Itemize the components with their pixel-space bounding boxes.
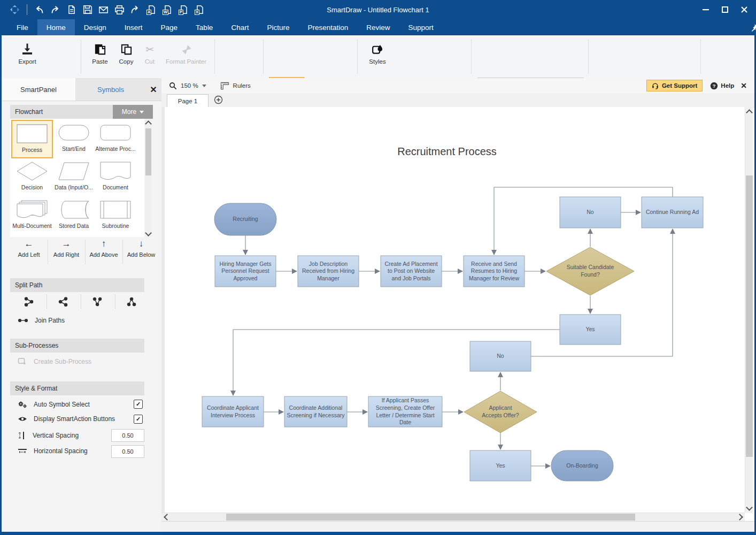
add-right-button[interactable]: → Add Right xyxy=(48,239,85,258)
share-export-icon[interactable] xyxy=(130,5,141,15)
tab-symbols[interactable]: Symbols xyxy=(75,78,146,101)
symbol-process[interactable]: Process xyxy=(11,120,53,158)
scroll-up-icon[interactable] xyxy=(145,119,152,127)
flowchart-node-p6[interactable] xyxy=(284,396,347,427)
redo-icon[interactable] xyxy=(50,5,60,15)
zoom-control[interactable]: 150 % xyxy=(169,82,206,90)
flowchart-node-p4[interactable] xyxy=(464,256,524,287)
vertical-scrollbar[interactable] xyxy=(745,107,753,513)
canvas-close-icon[interactable]: ✕ xyxy=(740,81,747,90)
add-page-button[interactable] xyxy=(214,95,223,104)
export-excel-icon[interactable]: X xyxy=(195,5,205,15)
split-path-y-down-button[interactable] xyxy=(81,293,114,310)
undo-icon[interactable] xyxy=(34,5,44,15)
paste-button[interactable]: Paste xyxy=(86,41,114,65)
export-button[interactable]: Export xyxy=(12,41,42,65)
symbol-alternate-process[interactable]: Alternate Proc... xyxy=(95,120,136,158)
display-smartaction-checkbox[interactable]: ✓ xyxy=(134,415,143,424)
symbol-multi-document[interactable]: Multi-Document xyxy=(11,197,53,235)
menu-table[interactable]: Table xyxy=(187,19,222,35)
menu-home[interactable]: Home xyxy=(37,19,75,35)
flowchart-node-yes2[interactable] xyxy=(470,450,531,481)
paste-icon xyxy=(86,41,114,56)
export-pdf-icon[interactable]: A xyxy=(146,5,157,15)
scroll-right-icon[interactable] xyxy=(736,513,745,521)
menu-insert[interactable]: Insert xyxy=(115,19,152,35)
add-above-icon: ↑ xyxy=(85,239,122,249)
vertical-scroll-thumb[interactable] xyxy=(746,175,753,457)
symbol-data[interactable]: Data (Input/O... xyxy=(53,158,95,197)
minimize-button[interactable] xyxy=(701,5,710,14)
symbol-start-end[interactable]: Start/End xyxy=(53,120,95,158)
flowchart-node-p5[interactable] xyxy=(202,396,264,427)
zoom-level: 150 % xyxy=(181,82,198,89)
more-caret-icon xyxy=(140,111,144,113)
flowchart-node-p2[interactable] xyxy=(298,256,359,287)
flowchart-node-recruiting[interactable] xyxy=(214,203,276,235)
more-button[interactable]: More xyxy=(113,105,153,119)
pin-icon[interactable] xyxy=(750,19,756,35)
tab-smartpanel[interactable]: SmartPanel xyxy=(2,78,75,101)
menu-chart[interactable]: Chart xyxy=(222,19,258,35)
menu-picture[interactable]: Picture xyxy=(258,19,298,35)
symbol-document[interactable]: Document xyxy=(95,158,136,197)
styles-button[interactable]: Styles xyxy=(365,41,390,65)
flowchart-node-yes1[interactable] xyxy=(560,315,621,345)
flowchart-node-p3[interactable] xyxy=(381,256,442,287)
flowchart-node-p7[interactable] xyxy=(368,396,442,427)
menu-page[interactable]: Page xyxy=(152,19,187,35)
flowchart-node-d1[interactable] xyxy=(546,247,634,295)
flowchart-node-no1[interactable] xyxy=(560,197,621,228)
print-icon[interactable] xyxy=(114,5,125,15)
zoom-dropdown-caret[interactable] xyxy=(202,85,206,87)
save-icon[interactable] xyxy=(82,5,92,15)
ribbon-divider xyxy=(214,40,215,74)
rulers-toggle[interactable]: Rulers xyxy=(220,82,251,90)
split-path-y-up-button[interactable] xyxy=(115,293,148,310)
symbol-decision[interactable]: Decision xyxy=(11,158,53,197)
symbol-stored-data[interactable]: Stored Data xyxy=(53,197,95,235)
export-powerpoint-icon[interactable]: P xyxy=(179,5,189,15)
help-button[interactable]: ? Help xyxy=(710,82,734,90)
symbol-subroutine[interactable]: Subroutine xyxy=(95,197,136,235)
close-button[interactable] xyxy=(740,5,749,14)
horizontal-scrollbar[interactable] xyxy=(161,513,745,521)
copy-button[interactable]: Copy xyxy=(114,41,138,65)
menu-review[interactable]: Review xyxy=(357,19,399,35)
page-tab-1[interactable]: Page 1 xyxy=(167,94,209,108)
menu-file[interactable]: File xyxy=(7,19,37,35)
flowchart-node-p1[interactable] xyxy=(215,256,276,287)
get-support-button[interactable]: Get Support xyxy=(646,80,703,91)
split-path-left-button[interactable] xyxy=(12,293,45,310)
horizontal-spacing-input[interactable]: 0.50 xyxy=(111,445,144,458)
panel-close-icon[interactable]: ✕ xyxy=(146,78,161,101)
scroll-up-icon[interactable] xyxy=(745,107,753,116)
menu-design[interactable]: Design xyxy=(75,19,115,35)
ribbon-divider xyxy=(588,40,589,74)
horizontal-scroll-thumb[interactable] xyxy=(226,514,635,521)
vertical-spacing-input[interactable]: 0.50 xyxy=(111,429,144,442)
scroll-left-icon[interactable] xyxy=(161,513,170,521)
menu-presentation[interactable]: Presentation xyxy=(298,19,357,35)
add-above-button[interactable]: ↑ Add Above xyxy=(85,239,122,258)
scroll-down-icon[interactable] xyxy=(745,504,753,513)
auto-symbol-select-checkbox[interactable]: ✓ xyxy=(134,400,143,409)
new-document-icon[interactable] xyxy=(66,5,76,15)
join-paths-button[interactable]: Join Paths xyxy=(18,317,65,324)
flowchart-node-d2[interactable] xyxy=(464,391,537,433)
flowchart-node-cra[interactable] xyxy=(642,197,703,228)
email-icon[interactable] xyxy=(98,5,109,15)
flowchart-node-no2[interactable] xyxy=(470,341,531,371)
add-left-button[interactable]: ← Add Left xyxy=(10,239,48,258)
menu-support[interactable]: Support xyxy=(399,19,443,35)
drawing-page[interactable]: Recruitment Process RecruitingHiring Man… xyxy=(161,107,745,513)
scroll-down-icon[interactable] xyxy=(145,229,152,237)
maximize-button[interactable] xyxy=(721,5,729,14)
export-word-icon[interactable]: W xyxy=(163,5,173,15)
split-path-right-button[interactable] xyxy=(47,293,80,310)
flowchart-node-onb[interactable] xyxy=(551,450,613,481)
cut-button: ✂ Cut xyxy=(140,41,160,65)
symbol-grid-scroll-thumb[interactable] xyxy=(145,128,151,175)
add-below-button[interactable]: ↓ Add Below xyxy=(122,239,160,258)
symbol-grid-scrollbar[interactable] xyxy=(145,119,152,237)
